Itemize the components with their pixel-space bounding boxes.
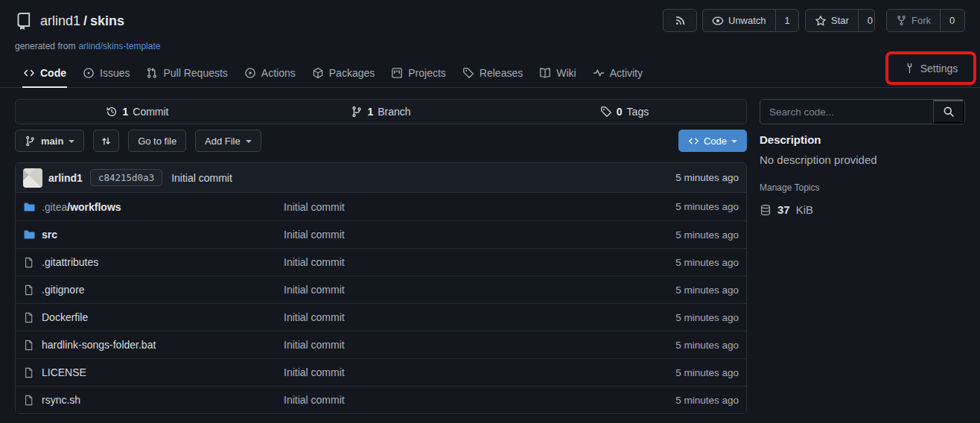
file-row[interactable]: .gitattributes Initial commit 5 minutes … [16, 248, 746, 276]
row-commit-time: 5 minutes ago [675, 257, 739, 268]
rss-icon [675, 15, 686, 26]
caret-down-icon [69, 140, 74, 143]
tab-label: Releases [480, 67, 523, 79]
stars-count[interactable]: 0 [858, 10, 882, 31]
template-repo-link[interactable]: arlind/skins-template [78, 41, 160, 51]
folder-icon [23, 229, 35, 241]
file-row[interactable]: rsync.sh Initial commit 5 minutes ago [16, 386, 746, 413]
file-row[interactable]: LICENSE Initial commit 5 minutes ago [16, 358, 746, 386]
pulse-icon [593, 67, 605, 79]
tab-actions[interactable]: Actions [236, 58, 304, 87]
row-commit-time: 5 minutes ago [675, 340, 739, 351]
go-to-file-button[interactable]: Go to file [128, 130, 186, 152]
file-name-link[interactable]: .gitea/workflows [42, 201, 121, 213]
rss-button[interactable] [663, 9, 697, 32]
forks-count[interactable]: 0 [940, 10, 964, 31]
row-commit-message-link[interactable]: Initial commit [284, 201, 345, 213]
description-text: No description provided [760, 153, 877, 166]
star-button-group: Star 0 [805, 9, 875, 32]
file-name-link[interactable]: rsync.sh [42, 394, 80, 406]
fork-button[interactable]: Fork [887, 10, 940, 31]
tab-issues[interactable]: Issues [74, 58, 138, 87]
wrench-icon [904, 63, 915, 74]
commit-time: 5 minutes ago [675, 172, 739, 183]
avatar[interactable] [23, 168, 42, 188]
fork-button-group: Fork 0 [886, 9, 965, 32]
commit-author-link[interactable]: arlind1 [48, 172, 83, 184]
manage-topics-link[interactable]: Manage Topics [760, 182, 820, 193]
file-row[interactable]: .gitignore Initial commit 5 minutes ago [16, 276, 746, 303]
tab-pull-requests[interactable]: Pull Requests [138, 58, 235, 87]
file-name-link[interactable]: src [42, 229, 57, 241]
code-download-button[interactable]: Code [678, 130, 747, 152]
repo-name-link[interactable]: skins [90, 13, 124, 28]
row-commit-message-link[interactable]: Initial commit [284, 256, 345, 268]
row-commit-message-link[interactable]: Initial commit [284, 229, 345, 241]
unwatch-button[interactable]: Unwatch [703, 10, 775, 31]
file-row[interactable]: hardlink-songs-folder.bat Initial commit… [16, 331, 746, 358]
repo-owner-link[interactable]: arlind1 [40, 13, 80, 28]
tab-packages[interactable]: Packages [304, 58, 383, 87]
tab-label: Wiki [556, 67, 576, 79]
generated-from: generated fromarlind/skins-template [15, 41, 160, 51]
row-commit-message-link[interactable]: Initial commit [284, 339, 345, 351]
row-commit-message-link[interactable]: Initial commit [284, 311, 345, 323]
add-file-label: Add File [205, 136, 241, 147]
watch-button-group: Unwatch 1 [702, 9, 799, 32]
file-name-link[interactable]: Dockerfile [42, 311, 88, 323]
row-commit-message-link[interactable]: Initial commit [284, 394, 345, 406]
row-commit-time: 5 minutes ago [675, 395, 739, 406]
repo-size: 37 KiB [760, 203, 813, 216]
tab-settings[interactable]: Settings [904, 63, 958, 74]
file-name-link[interactable]: hardlink-songs-folder.bat [42, 339, 156, 351]
latest-commit-row: arlind1 c84215d0a3 Initial commit 5 minu… [16, 163, 746, 193]
file-row[interactable]: .gitea/workflows Initial commit 5 minute… [16, 193, 746, 220]
tab-label: Projects [408, 67, 446, 79]
tab-wiki[interactable]: Wiki [531, 58, 584, 87]
watchers-count[interactable]: 1 [775, 10, 799, 31]
tab-label: Packages [329, 67, 375, 79]
file-name-link[interactable]: LICENSE [42, 366, 86, 378]
branches-stat[interactable]: 1 Branch [259, 106, 503, 118]
commits-stat[interactable]: 1 Commit [16, 106, 259, 118]
file-name: /workflows [67, 201, 121, 213]
repo-toolbar: main Go to file Add File Code [15, 130, 747, 152]
go-to-file-label: Go to file [138, 136, 176, 147]
branch-selector[interactable]: main [15, 130, 84, 152]
file-icon [23, 284, 35, 296]
add-file-button[interactable]: Add File [195, 130, 261, 152]
code-icon [688, 136, 699, 147]
commit-sha-link[interactable]: c84215d0a3 [90, 169, 162, 186]
fork-icon [896, 15, 907, 26]
row-commit-message-link[interactable]: Initial commit [284, 366, 345, 378]
star-label: Star [831, 15, 849, 26]
tab-releases[interactable]: Releases [454, 58, 531, 87]
tags-stat[interactable]: 0 Tags [503, 106, 746, 118]
git-pull-request-icon [146, 67, 158, 79]
row-commit-time: 5 minutes ago [675, 284, 739, 296]
file-name-link[interactable]: .gitignore [42, 284, 85, 296]
file-name: LICENSE [42, 366, 86, 378]
tab-code[interactable]: Code [15, 58, 74, 87]
file-name-link[interactable]: .gitattributes [42, 256, 98, 268]
row-commit-message-link[interactable]: Initial commit [284, 284, 345, 296]
repo-title: arlind1/skins [40, 13, 124, 29]
file-name: .gitattributes [42, 256, 98, 268]
branches-label: Branch [378, 106, 410, 118]
tab-activity[interactable]: Activity [585, 58, 651, 87]
tags-count: 0 [617, 106, 623, 118]
file-row[interactable]: src Initial commit 5 minutes ago [16, 220, 746, 248]
compare-branches-button[interactable] [93, 130, 119, 152]
file-row[interactable]: Dockerfile Initial commit 5 minutes ago [16, 303, 746, 331]
commits-label: Commit [133, 106, 168, 118]
search-button[interactable] [933, 100, 964, 124]
repo-nav: Code Issues Pull Requests Actions [0, 58, 980, 88]
search-input[interactable] [760, 100, 933, 124]
generated-from-label: generated from [15, 41, 75, 51]
repo-separator: / [83, 13, 87, 28]
tab-projects[interactable]: Projects [383, 58, 454, 87]
commit-message-link[interactable]: Initial commit [171, 172, 232, 184]
git-branch-icon [25, 136, 36, 147]
file-icon [23, 257, 35, 268]
star-button[interactable]: Star [806, 10, 858, 31]
